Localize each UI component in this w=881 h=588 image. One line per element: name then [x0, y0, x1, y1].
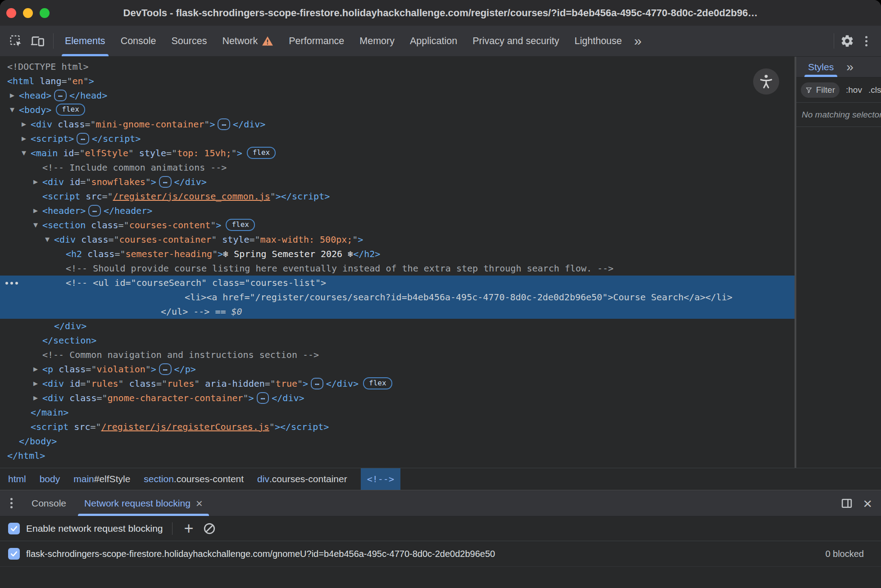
tree-line[interactable]: <li><a href="/register/courses/search?id… — [0, 290, 795, 304]
ellipsis-button[interactable]: … — [54, 90, 67, 101]
styles-filter-input[interactable]: Filter — [801, 82, 840, 98]
tree-line[interactable]: <!-- Should provide course listing here … — [0, 261, 795, 276]
breadcrumb-item-main[interactable]: main#elfStyle — [73, 468, 130, 490]
tree-line[interactable]: ▶<div id="rules" class="rules" aria-hidd… — [0, 376, 795, 391]
expand-arrow-icon[interactable]: ▶ — [18, 131, 30, 146]
tree-line[interactable]: </body> — [0, 434, 795, 448]
code-token: " — [211, 234, 217, 245]
tab-memory[interactable]: Memory — [352, 26, 402, 56]
tree-line[interactable]: </div> — [0, 319, 795, 333]
breadcrumb-item-[interactable]: <!--> — [361, 468, 400, 490]
flex-badge[interactable]: flex — [56, 104, 85, 116]
tab-styles[interactable]: Styles — [806, 57, 836, 77]
drawer-tab-network-request-blocking[interactable]: Network request blocking× — [75, 490, 212, 516]
close-window-button[interactable] — [6, 8, 16, 18]
selection-menu-icon[interactable] — [5, 282, 8, 285]
pattern-checkbox[interactable] — [8, 548, 20, 560]
tree-line[interactable]: ▼<main id="elfStyle" style="top: 15vh;">… — [0, 146, 795, 160]
ellipsis-button[interactable]: … — [77, 133, 89, 145]
ellipsis-button[interactable]: … — [159, 363, 172, 375]
minimize-window-button[interactable] — [23, 8, 33, 18]
expand-arrow-icon[interactable]: ▼ — [6, 103, 18, 117]
breadcrumb-tag: section — [144, 474, 174, 484]
expand-arrow-icon[interactable]: ▶ — [30, 175, 41, 189]
tab-application[interactable]: Application — [402, 26, 465, 56]
tree-line[interactable]: </html> — [0, 448, 795, 463]
drawer-close-icon[interactable]: × — [863, 496, 872, 511]
device-toolbar-icon[interactable] — [28, 32, 47, 50]
tree-line[interactable]: ▶<header>…</header> — [0, 204, 795, 218]
expand-arrow-icon[interactable]: ▼ — [41, 232, 53, 247]
tree-line[interactable]: </main> — [0, 405, 795, 420]
tree-line[interactable]: ▼<div class="courses-container" style="m… — [0, 232, 795, 247]
toggle-class-button[interactable]: .cls — [868, 85, 881, 95]
tree-line[interactable]: ▶<div class="gnome-character-container">… — [0, 391, 795, 405]
ellipsis-button[interactable]: … — [159, 176, 172, 188]
expand-arrow-icon[interactable]: ▶ — [18, 117, 30, 131]
tab-sources[interactable]: Sources — [164, 26, 215, 56]
enable-blocking-checkbox[interactable] — [8, 523, 20, 534]
flex-badge[interactable]: flex — [363, 377, 392, 389]
kebab-menu-icon[interactable] — [857, 32, 876, 50]
tree-line[interactable]: <script src="/register/js/registerCourse… — [0, 420, 795, 434]
ellipsis-button[interactable]: … — [311, 378, 323, 389]
code-token: semester-heading — [125, 249, 212, 259]
toggle-hover-state-button[interactable]: :hov — [846, 85, 862, 95]
tab-performance[interactable]: Performance — [281, 26, 352, 56]
breadcrumb-item-section[interactable]: section.courses-content — [144, 468, 244, 490]
zoom-window-button[interactable] — [40, 8, 50, 18]
tree-line[interactable]: ▼<section class="courses-content">flex — [0, 218, 795, 232]
tab-console[interactable]: Console — [113, 26, 164, 56]
tree-line[interactable]: </ul> --> == $0 — [0, 304, 795, 319]
drawer-kebab-menu-icon[interactable] — [0, 490, 23, 516]
ellipsis-button[interactable]: … — [218, 118, 230, 130]
breadcrumb-qualifier: #elfStyle — [94, 474, 131, 484]
expand-arrow-icon[interactable]: ▶ — [30, 204, 41, 218]
flex-badge[interactable]: flex — [247, 147, 276, 159]
more-tabs-icon[interactable]: » — [630, 26, 646, 56]
expand-arrow-icon[interactable]: ▶ — [30, 391, 41, 405]
breadcrumb-item-html[interactable]: html — [8, 468, 26, 490]
close-icon[interactable]: × — [196, 498, 203, 509]
tab-privacy-and-security[interactable]: Privacy and security — [465, 26, 567, 56]
tree-line[interactable]: ▶<div id="snowflakes">…</div> — [0, 175, 795, 189]
expand-arrow-icon[interactable]: ▼ — [30, 218, 41, 232]
tree-line[interactable]: </section> — [0, 333, 795, 348]
tab-lighthouse[interactable]: Lighthouse — [567, 26, 630, 56]
tree-line[interactable]: <html lang="en"> — [0, 74, 795, 88]
drawer-tab-console[interactable]: Console — [23, 490, 75, 516]
tab-network[interactable]: Network — [214, 26, 281, 56]
add-pattern-button[interactable]: + — [182, 520, 196, 537]
settings-gear-icon[interactable] — [838, 32, 857, 50]
breadcrumb-item-div[interactable]: div.courses-container — [257, 468, 347, 490]
tree-line[interactable]: <script src="/register/js/course_common.… — [0, 189, 795, 204]
ellipsis-button[interactable]: … — [88, 205, 101, 217]
tree-line[interactable]: ▶<p class="violation">…</p> — [0, 362, 795, 376]
sidebar-more-tabs-icon[interactable]: » — [846, 61, 854, 73]
tree-line[interactable]: <!-- <ul id="courseSearch" class="course… — [0, 276, 795, 290]
expand-arrow-icon[interactable]: ▶ — [6, 88, 18, 103]
expand-arrow-icon[interactable]: ▼ — [18, 146, 30, 160]
flex-badge[interactable]: flex — [226, 219, 255, 231]
blocked-pattern-row[interactable]: flask-schrodingers-scope-firestore.holid… — [0, 541, 881, 567]
breadcrumb-item-body[interactable]: body — [40, 468, 60, 490]
inspect-element-icon[interactable] — [6, 32, 25, 50]
tree-line[interactable]: <!-- Include common animations --> — [0, 160, 795, 175]
expand-arrow-icon[interactable]: ▶ — [30, 376, 41, 391]
tree-line[interactable]: <!-- Common navigation and instructions … — [0, 348, 795, 362]
tree-line[interactable]: ▶<head>…</head> — [0, 88, 795, 103]
drawer-tab-label: Network request blocking — [84, 498, 191, 509]
tree-line[interactable]: ▼<body>flex — [0, 103, 795, 117]
expand-arrow-icon[interactable]: ▶ — [30, 362, 41, 376]
tab-elements[interactable]: Elements — [57, 26, 113, 56]
dock-side-icon[interactable] — [840, 497, 853, 510]
code-token: > — [303, 378, 308, 389]
code-token: courses-container — [119, 234, 212, 245]
remove-all-patterns-icon[interactable] — [203, 522, 216, 535]
ellipsis-button[interactable]: … — [257, 392, 269, 404]
tree-line[interactable]: ▶<div class="mini-gnome-container">…</di… — [0, 117, 795, 131]
tree-line[interactable]: <h2 class="semester-heading">❄ Spring Se… — [0, 247, 795, 261]
tree-line[interactable]: <!DOCTYPE html> — [0, 59, 795, 74]
tree-line[interactable]: ▶<script>…</script> — [0, 131, 795, 146]
code-token: elfStyle — [85, 148, 128, 158]
